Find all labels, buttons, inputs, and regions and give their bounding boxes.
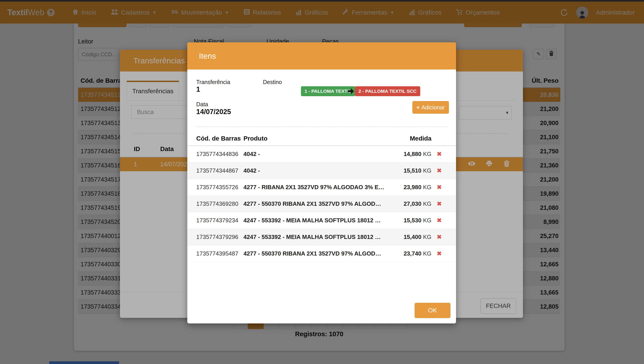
item-row: 1735774379234 4247 - 553392 - MEIA MALHA… <box>187 212 456 229</box>
item-produto: 4277 - 550370 RIBANA 2X1 3527VD 97% ALGO… <box>244 200 391 207</box>
item-produto: 4247 - 553392 - MEIA MALHA SOFTPLUS 1801… <box>244 217 391 224</box>
item-barcode: 1735774369280 <box>196 200 244 207</box>
item-medida: 23,980 KG <box>391 184 432 191</box>
remove-item-button[interactable]: ✖ <box>437 167 442 174</box>
ok-button[interactable]: OK <box>415 303 450 318</box>
remove-item-button[interactable]: ✖ <box>437 234 442 240</box>
col-barcode: Cód. de Barras <box>196 135 244 142</box>
item-row: 1735774379296 4247 - 553392 - MEIA MALHA… <box>187 229 456 245</box>
item-medida: 23,740 KG <box>391 250 432 257</box>
item-unit: KG <box>423 250 432 257</box>
items-table: Cód. de Barras Produto Medida 1735774344… <box>187 132 456 262</box>
add-button[interactable]: +Adicionar <box>412 101 449 114</box>
transferencia-value: 1 <box>196 85 200 93</box>
itens-modal: Itens Transferência 1 Destino 1 - PALLOM… <box>187 42 456 323</box>
item-unit: KG <box>423 151 432 157</box>
item-produto: 4042 - <box>244 167 391 174</box>
data-value: 14/07/2025 <box>196 108 231 116</box>
item-row: 1735774344836 4042 - 14,880 KG ✖ <box>187 146 456 162</box>
itens-modal-header: Itens <box>187 42 456 70</box>
destination-badge: 2 - PALLOMA TEXTIL SCC <box>355 86 420 96</box>
item-actions: ✖ <box>432 234 447 241</box>
origin-badge: 1 - PALLOMA TEXTIL <box>301 86 355 96</box>
col-medida: Medida <box>391 135 432 142</box>
item-actions: ✖ <box>432 184 447 191</box>
plus-icon: + <box>416 104 420 111</box>
remove-item-button[interactable]: ✖ <box>437 151 442 157</box>
arrow-right-icon <box>348 88 354 95</box>
destino-label: Destino <box>263 79 282 85</box>
item-medida: 15,400 KG <box>391 234 432 241</box>
item-medida: 14,880 KG <box>391 151 432 157</box>
remove-item-button[interactable]: ✖ <box>437 184 442 191</box>
item-unit: KG <box>423 184 432 191</box>
item-barcode: 1735774379296 <box>196 234 244 241</box>
item-barcode: 1735774344836 <box>196 151 244 157</box>
item-actions: ✖ <box>432 200 447 207</box>
item-unit: KG <box>423 234 432 240</box>
item-unit: KG <box>423 167 432 174</box>
itens-modal-title: Itens <box>187 52 216 61</box>
item-actions: ✖ <box>432 167 447 174</box>
add-button-label: Adicionar <box>422 104 445 111</box>
item-unit: KG <box>423 200 432 207</box>
item-row: 1735774355726 4277 - RIBANA 2X1 3527VD 9… <box>187 179 456 196</box>
transferencia-label: Transferência <box>196 79 230 85</box>
item-produto: 4277 - 550370 RIBANA 2X1 3527VD 97% ALGO… <box>244 250 391 257</box>
item-medida: 15,510 KG <box>391 167 432 174</box>
item-produto: 4042 - <box>244 151 391 157</box>
divider <box>196 127 447 127</box>
item-actions: ✖ <box>432 217 447 224</box>
data-label: Data <box>196 101 208 108</box>
item-barcode: 1735774355726 <box>196 184 244 191</box>
remove-item-button[interactable]: ✖ <box>437 250 442 257</box>
item-barcode: 1735774395487 <box>196 250 244 257</box>
item-actions: ✖ <box>432 250 447 257</box>
item-medida: 15,530 KG <box>391 217 432 224</box>
item-produto: 4277 - RIBANA 2X1 3527VD 97% ALGODAO 3% … <box>244 184 391 191</box>
item-unit: KG <box>423 217 432 224</box>
item-row: 1735774395487 4277 - 550370 RIBANA 2X1 3… <box>187 245 456 262</box>
item-row: 1735774344867 4042 - 15,510 KG ✖ <box>187 162 456 179</box>
item-medida: 27,030 KG <box>391 200 432 207</box>
item-actions: ✖ <box>432 151 447 157</box>
remove-item-button[interactable]: ✖ <box>437 200 442 207</box>
col-produto: Produto <box>244 135 391 142</box>
items-table-header: Cód. de Barras Produto Medida <box>187 132 456 146</box>
remove-item-button[interactable]: ✖ <box>437 217 442 224</box>
item-row: 1735774369280 4277 - 550370 RIBANA 2X1 3… <box>187 196 456 212</box>
item-produto: 4247 - 553392 - MEIA MALHA SOFTPLUS 1801… <box>244 234 391 241</box>
item-barcode: 1735774344867 <box>196 167 244 174</box>
item-barcode: 1735774379234 <box>196 217 244 224</box>
